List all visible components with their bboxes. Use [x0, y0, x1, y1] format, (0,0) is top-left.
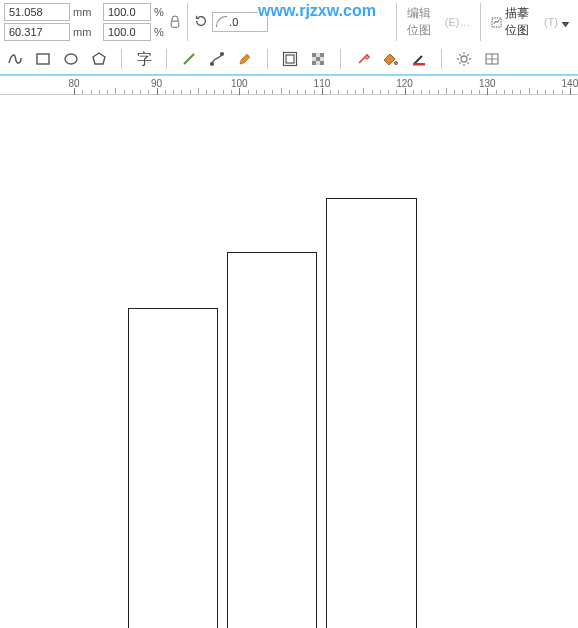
- ruler-minor-tick: [165, 90, 166, 94]
- ruler-major-tick: 140: [570, 76, 571, 96]
- height-unit: mm: [73, 26, 99, 38]
- edit-bitmap-button[interactable]: 编辑位图(E)…: [403, 10, 475, 34]
- polygon-tool-icon[interactable]: [88, 48, 110, 70]
- rectangle-tool-icon[interactable]: [32, 48, 54, 70]
- ruler-minor-tick: [281, 88, 282, 94]
- ruler-minor-tick: [438, 90, 439, 94]
- trace-bitmap-button[interactable]: 描摹位图(T): [487, 10, 574, 34]
- object-size-group: 51.058 mm 60.317 mm: [4, 3, 99, 41]
- ruler-minor-tick: [479, 90, 480, 94]
- trace-bitmap-hotkey: (T): [544, 16, 558, 28]
- svg-point-16: [461, 56, 467, 62]
- separator-t2: [166, 49, 167, 69]
- ruler-minor-tick: [388, 90, 389, 94]
- ruler-minor-tick: [297, 90, 298, 94]
- ruler-minor-tick: [537, 90, 538, 94]
- transparency-tool-icon[interactable]: [307, 48, 329, 70]
- separator-t1: [121, 49, 122, 69]
- svg-rect-15: [413, 63, 425, 66]
- ruler-minor-tick: [380, 90, 381, 94]
- ruler-minor-tick: [454, 90, 455, 94]
- ruler-minor-tick: [553, 90, 554, 94]
- ruler-minor-tick: [355, 90, 356, 94]
- ruler-minor-tick: [330, 90, 331, 94]
- svg-point-3: [65, 54, 77, 64]
- ruler-minor-tick: [206, 90, 207, 94]
- lock-ratio-button[interactable]: [168, 5, 181, 39]
- scale-y-row: 100.0 %: [103, 23, 168, 41]
- ruler-minor-tick: [363, 88, 364, 94]
- svg-rect-0: [171, 21, 179, 27]
- ruler-minor-tick: [132, 90, 133, 94]
- svg-rect-10: [320, 53, 324, 57]
- drawing-canvas[interactable]: [0, 95, 578, 628]
- ruler-minor-tick: [264, 90, 265, 94]
- ruler-minor-tick: [198, 88, 199, 94]
- height-row: 60.317 mm: [4, 23, 99, 41]
- horizontal-ruler[interactable]: 8090100110120130140: [0, 75, 578, 95]
- ruler-minor-tick: [545, 90, 546, 94]
- ruler-minor-tick: [223, 90, 224, 94]
- tool-options-bar: 字: [0, 44, 578, 74]
- property-bar: 51.058 mm 60.317 mm 100.0 % 100.0 % .0 w…: [0, 0, 578, 44]
- ruler-minor-tick: [190, 90, 191, 94]
- fill-tool-icon[interactable]: [380, 48, 402, 70]
- ruler-minor-tick: [305, 90, 306, 94]
- ruler-minor-tick: [272, 90, 273, 94]
- ruler-minor-tick: [512, 90, 513, 94]
- svg-rect-12: [312, 61, 316, 65]
- ruler-minor-tick: [421, 90, 422, 94]
- freehand-tool-icon[interactable]: [4, 48, 26, 70]
- table-tool-icon[interactable]: [481, 48, 503, 70]
- separator-1: [187, 3, 188, 41]
- ruler-major-tick: 90: [157, 76, 158, 96]
- separator-t4: [340, 49, 341, 69]
- edit-group: [178, 48, 256, 70]
- effects-group: [279, 48, 329, 70]
- rectangle-shape[interactable]: [227, 252, 317, 628]
- eyedropper-tool-icon[interactable]: [352, 48, 374, 70]
- ruler-minor-tick: [338, 90, 339, 94]
- svg-rect-13: [320, 61, 324, 65]
- ruler-minor-tick: [314, 90, 315, 94]
- ruler-minor-tick: [471, 90, 472, 94]
- trace-bitmap-label: 描摹位图: [505, 5, 541, 39]
- text-tool-icon[interactable]: 字: [133, 48, 155, 70]
- separator-3: [480, 3, 481, 41]
- rectangle-shape[interactable]: [326, 198, 417, 628]
- scale-x-row: 100.0 %: [103, 3, 168, 21]
- scale-x-input[interactable]: 100.0: [103, 3, 151, 21]
- ruler-minor-tick: [91, 90, 92, 94]
- width-input[interactable]: 51.058: [4, 3, 70, 21]
- watermark-text: www.rjzxw.com: [258, 2, 376, 20]
- ruler-minor-tick: [148, 90, 149, 94]
- ruler-minor-tick: [173, 90, 174, 94]
- misc-group: [453, 48, 503, 70]
- svg-rect-2: [37, 54, 49, 64]
- ellipse-tool-icon[interactable]: [60, 48, 82, 70]
- line-tool-icon[interactable]: [178, 48, 200, 70]
- scale-y-input[interactable]: 100.0: [103, 23, 151, 41]
- bezier-tool-icon[interactable]: [206, 48, 228, 70]
- ruler-minor-tick: [124, 90, 125, 94]
- pen-tool-icon[interactable]: [234, 48, 256, 70]
- ruler-minor-tick: [372, 90, 373, 94]
- ruler-minor-tick: [214, 90, 215, 94]
- outline-color-icon[interactable]: [408, 48, 430, 70]
- ruler-minor-tick: [256, 90, 257, 94]
- trace-bitmap-icon: [491, 15, 502, 30]
- rectangle-shape[interactable]: [128, 308, 218, 628]
- ruler-minor-tick: [462, 90, 463, 94]
- separator-t3: [267, 49, 268, 69]
- trace-bitmap-dropdown-icon[interactable]: [561, 18, 570, 27]
- ruler-minor-tick: [396, 90, 397, 94]
- contour-tool-icon[interactable]: [279, 48, 301, 70]
- rotation-group: .0: [194, 12, 268, 32]
- height-input[interactable]: 60.317: [4, 23, 70, 41]
- ruler-top-border: 8090100110120130140: [0, 74, 578, 95]
- settings-icon[interactable]: [453, 48, 475, 70]
- ruler-major-tick: 120: [405, 76, 406, 96]
- svg-rect-9: [312, 53, 316, 57]
- width-row: 51.058 mm: [4, 3, 99, 21]
- ruler-minor-tick: [520, 90, 521, 94]
